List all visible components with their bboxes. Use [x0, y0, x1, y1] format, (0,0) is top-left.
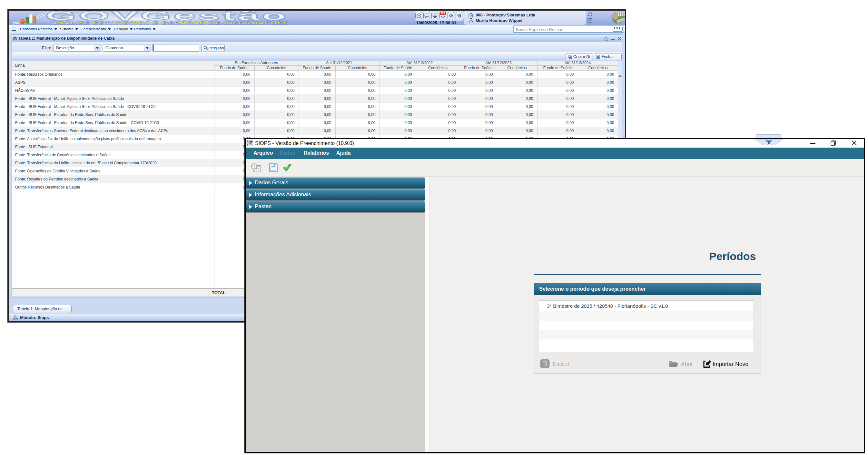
svg-text:i: i: [427, 14, 427, 17]
svg-text:$: $: [14, 38, 16, 40]
svg-text:?: ?: [418, 14, 420, 18]
